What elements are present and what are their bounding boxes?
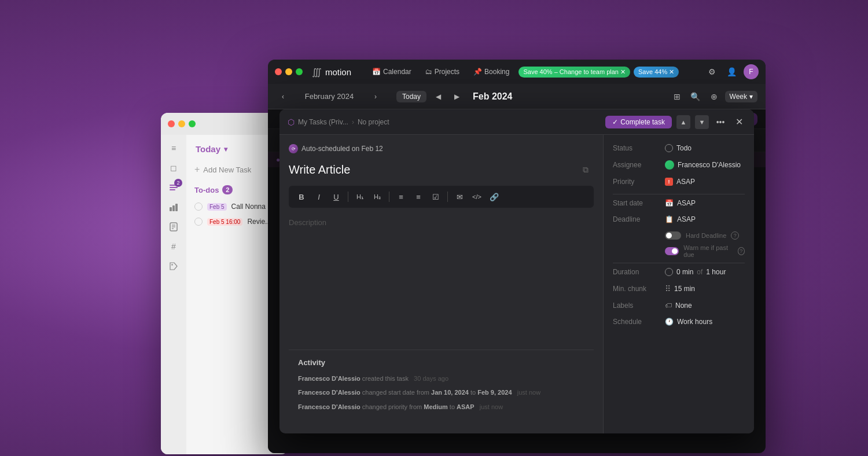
duration-value[interactable]: 0 min of 1 hour (665, 268, 726, 276)
link-btn[interactable]: 🔗 (486, 189, 502, 204)
cal-grid-icon[interactable]: ⊞ (670, 89, 685, 104)
task-dialog: ⬡ My Tasks (Priv... › No project ✓ Compl… (279, 109, 754, 433)
svg-rect-4 (172, 205, 175, 211)
dialog-left-panel: ⟳ Auto-scheduled on Feb 12 ⧉ B I U (279, 135, 604, 433)
sidebar-docs-icon[interactable] (167, 220, 180, 233)
sidebar-tasks-icon[interactable]: 2 (167, 181, 180, 194)
calendar-icon: 📅 (372, 68, 381, 76)
fullscreen-traffic-light[interactable] (189, 120, 196, 127)
assignee-row: Assignee Francesco D'Alessio (613, 160, 745, 170)
app-name: motion (325, 67, 351, 77)
cal-search-icon[interactable]: 🔍 (688, 89, 703, 104)
dialog-right-panel: Status Todo Assignee Francesco D'Alessio (604, 135, 754, 433)
deadline-value[interactable]: 📋 ASAP (665, 215, 696, 223)
titlebar-right: ⚙ 👤 F (704, 64, 759, 79)
deadline-row: Deadline 📋 ASAP (613, 215, 745, 223)
nav-projects[interactable]: 🗂 Projects (420, 65, 465, 78)
numbered-list-btn[interactable]: ≡ (410, 189, 426, 204)
warn-help-icon[interactable]: ? (738, 247, 745, 255)
svg-rect-1 (170, 187, 178, 188)
dialog-more-btn[interactable]: ••• (713, 115, 727, 129)
cal-prev-btn[interactable]: ‹ (276, 90, 290, 104)
task-checkbox-2[interactable] (194, 218, 203, 226)
start-date-row: Start date 📅 ASAP (613, 199, 745, 207)
svg-rect-3 (170, 207, 172, 211)
promo-badge-2[interactable]: Save 44% ✕ (634, 67, 679, 78)
warn-past-due-row: Warn me if past due ? (613, 244, 745, 258)
dialog-nav-down[interactable]: ▼ (695, 115, 709, 129)
underline-btn[interactable]: U (328, 189, 344, 204)
tasks-badge: 2 (174, 179, 182, 187)
email-btn[interactable]: ✉ (451, 189, 468, 204)
status-circle-icon (665, 144, 673, 152)
status-value[interactable]: Todo (665, 144, 692, 152)
task-date-feb5: Feb 5 (207, 203, 227, 211)
user-icon[interactable]: 👤 (724, 64, 739, 79)
settings-icon[interactable]: ⚙ (704, 64, 719, 79)
cal-next-btn[interactable]: › (369, 90, 382, 104)
booking-icon: 📌 (473, 68, 482, 76)
h2-btn[interactable]: H₂ (369, 189, 385, 204)
bullet-list-btn[interactable]: ≡ (393, 189, 409, 204)
status-row: Status Todo (613, 144, 745, 152)
hard-deadline-help-icon[interactable]: ? (731, 231, 739, 240)
copy-link-btn[interactable]: ⧉ (578, 161, 594, 178)
sidebar-projects-icon[interactable] (167, 201, 180, 214)
week-selector[interactable]: Week ▾ (725, 91, 757, 102)
dialog-nav-up[interactable]: ▲ (676, 115, 690, 129)
dialog-close-btn[interactable]: ✕ (732, 115, 746, 129)
sidebar-nav-icons: ≡ ◻ 2 # (161, 135, 186, 454)
hard-deadline-toggle[interactable] (665, 231, 681, 240)
avatar-btn[interactable]: F (744, 64, 759, 79)
activity-item-1: Francesco D'Alessio created this task 30… (298, 374, 584, 384)
autoschedule-badge: ⟳ Auto-scheduled on Feb 12 (289, 144, 594, 153)
sidebar-inbox-icon[interactable]: ◻ (167, 161, 180, 174)
checklist-btn[interactable]: ☑ (428, 189, 444, 204)
complete-task-btn[interactable]: ✓ Complete task (605, 116, 672, 128)
priority-value[interactable]: ! ASAP (665, 178, 695, 186)
bold-btn[interactable]: B (293, 189, 310, 204)
code-btn[interactable]: </> (469, 189, 485, 204)
main-fullscreen-btn[interactable] (296, 68, 303, 75)
minimize-traffic-light[interactable] (178, 120, 185, 127)
cal-filter-icon[interactable]: ⊕ (707, 89, 722, 104)
main-minimize-btn[interactable] (285, 68, 292, 75)
h1-btn[interactable]: H₁ (352, 189, 368, 204)
activity-title: Activity (298, 358, 584, 367)
assignee-avatar-icon (665, 160, 674, 170)
nav-booking[interactable]: 📌 Booking (468, 65, 515, 78)
main-close-btn[interactable] (275, 68, 282, 75)
fmt-divider-1 (348, 192, 348, 202)
cal-fwd-btn[interactable]: ▶ (450, 90, 464, 104)
min-chunk-row: Min. chunk ⠿ 15 min (613, 284, 745, 293)
task-date-feb5-red: Feb 5 16:00 (207, 218, 242, 226)
duration-circle-icon (665, 268, 673, 276)
activity-section: Activity Francesco D'Alessio created thi… (289, 350, 594, 425)
checkmark-icon: ✓ (612, 118, 618, 126)
promo-badge-1[interactable]: Save 40% – Change to team plan ✕ (518, 67, 630, 78)
autoschedule-dot-icon: ⟳ (289, 144, 298, 153)
sidebar-tags-icon[interactable]: # (167, 240, 180, 253)
task-checkbox[interactable] (194, 203, 203, 211)
warn-past-due-toggle[interactable] (665, 247, 679, 255)
today-btn[interactable]: Today (396, 91, 426, 102)
min-chunk-value[interactable]: ⠿ 15 min (665, 284, 695, 293)
task-title-review: Revie... (247, 218, 271, 226)
italic-btn[interactable]: I (311, 189, 327, 204)
app-logo: ∭ motion (312, 67, 351, 78)
cal-title: Feb 2024 (473, 91, 512, 102)
schedule-row: Schedule 🕐 Work hours (613, 318, 745, 326)
schedule-value[interactable]: 🕐 Work hours (665, 318, 712, 326)
todos-count-badge: 2 (222, 185, 233, 194)
task-title-input[interactable] (289, 163, 572, 176)
labels-value[interactable]: 🏷 None (665, 301, 692, 310)
svg-rect-5 (175, 204, 178, 211)
sidebar-menu-icon[interactable]: ≡ (167, 142, 180, 155)
assignee-value[interactable]: Francesco D'Alessio (665, 160, 741, 170)
start-date-value[interactable]: 📅 ASAP (665, 199, 696, 207)
sidebar-labels-icon[interactable] (167, 260, 180, 273)
close-traffic-light[interactable] (168, 120, 175, 127)
cal-back-btn[interactable]: ◀ (431, 90, 445, 104)
description-area[interactable]: Description (289, 216, 594, 350)
nav-calendar[interactable]: 📅 Calendar (366, 65, 417, 78)
